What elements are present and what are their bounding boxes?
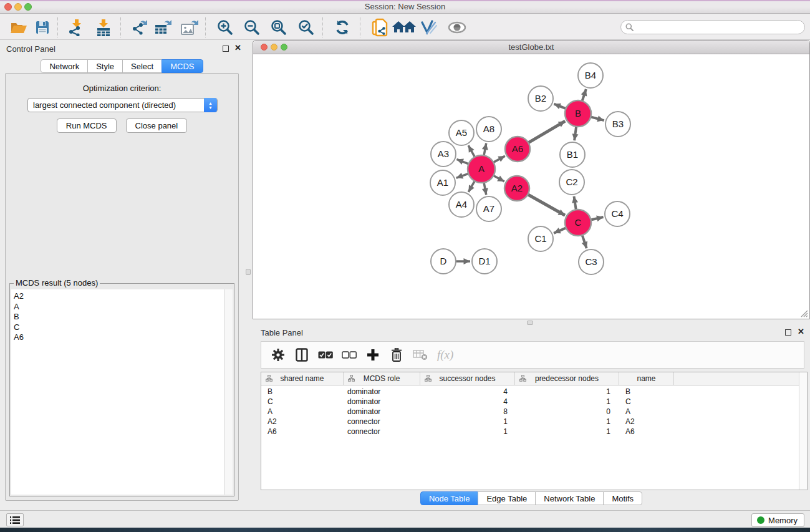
float-panel-icon[interactable] [223, 46, 229, 52]
zoom-fit-button[interactable] [269, 17, 289, 37]
vertical-splitter-handle[interactable] [246, 269, 251, 275]
graph-node-B4[interactable]: B4 [578, 63, 603, 88]
graph-edge-C-C2[interactable] [574, 196, 576, 210]
tab-network[interactable]: Network [41, 59, 88, 73]
table-row[interactable]: Bdominator41B [261, 387, 807, 397]
zoom-selected-button[interactable] [296, 17, 316, 37]
mcds-result-item[interactable]: A6 [14, 332, 233, 343]
graph-node-A8[interactable]: A8 [476, 117, 501, 142]
network-canvas[interactable]: ABCA6A2A1A3A4A5A7A8B1B2B3B4C1C2C3C4DD1 [253, 54, 809, 319]
table-scrollbar[interactable] [799, 372, 807, 490]
tab-node-table[interactable]: Node Table [420, 491, 479, 505]
graph-node-A[interactable]: A [468, 155, 495, 183]
export-table-button[interactable] [153, 17, 173, 37]
graph-edge-A-A5[interactable] [468, 145, 475, 157]
hide-panels-button[interactable] [419, 17, 439, 37]
session-file-button[interactable] [370, 17, 390, 37]
zoom-in-button[interactable] [215, 17, 235, 37]
column-header-successor-nodes[interactable]: successor nodes [420, 372, 515, 385]
graph-edge-A-A6[interactable] [493, 156, 505, 162]
graph-node-B1[interactable]: B1 [560, 142, 585, 167]
export-network-button[interactable] [130, 17, 150, 37]
graph-edge-A-A8[interactable] [484, 143, 486, 156]
graph-node-C4[interactable]: C4 [605, 201, 630, 226]
graph-edge-A-A7[interactable] [484, 183, 486, 195]
graph-node-C[interactable]: C [565, 210, 591, 236]
graph-node-A6[interactable]: A6 [505, 137, 530, 162]
eye-button[interactable] [447, 17, 467, 37]
mcds-result-item[interactable]: C [14, 322, 233, 333]
tab-mcds[interactable]: MCDS [162, 59, 203, 73]
graph-node-B[interactable]: B [565, 100, 591, 127]
network-graph[interactable]: ABCA6A2A1A3A4A5A7A8B1B2B3B4C1C2C3C4DD1 [253, 54, 809, 319]
graph-node-D1[interactable]: D1 [472, 249, 497, 274]
graph-node-A5[interactable]: A5 [449, 120, 474, 145]
optimization-criterion-select[interactable]: largest connected component (directed) ▲… [27, 98, 218, 112]
graph-node-A7[interactable]: A7 [476, 196, 501, 221]
home-button[interactable] [392, 17, 417, 37]
graph-node-C3[interactable]: C3 [579, 249, 604, 274]
resize-grip-icon[interactable] [800, 309, 808, 317]
graph-node-B3[interactable]: B3 [605, 112, 630, 137]
select-all-button[interactable] [315, 344, 336, 365]
tab-network-table[interactable]: Network Table [535, 491, 604, 505]
refresh-button[interactable] [332, 17, 352, 37]
column-header-predecessor-nodes[interactable]: predecessor nodes [515, 372, 619, 385]
table-row[interactable]: Cdominator41C [261, 397, 807, 407]
graph-node-D[interactable]: D [431, 249, 456, 274]
graph-edge-C-C3[interactable] [582, 235, 587, 248]
add-column-button[interactable] [362, 344, 383, 365]
tab-motifs[interactable]: Motifs [603, 491, 642, 505]
graph-node-C1[interactable]: C1 [528, 226, 553, 251]
column-header-name[interactable]: name [619, 372, 674, 385]
deselect-all-button[interactable] [339, 344, 360, 365]
column-header-MCDS-role[interactable]: MCDS role [344, 372, 420, 385]
graph-node-A1[interactable]: A1 [430, 170, 455, 195]
graph-node-B2[interactable]: B2 [528, 86, 553, 111]
close-panel-icon[interactable]: ✕ [234, 43, 241, 52]
mcds-result-item[interactable]: A [14, 302, 233, 312]
import-table-button[interactable] [94, 17, 113, 37]
search-field[interactable] [620, 20, 805, 34]
graph-edge-B-B1[interactable] [574, 127, 576, 140]
mcds-list-scrollbar[interactable] [224, 289, 233, 495]
graph-edge-A-A3[interactable] [456, 159, 468, 164]
open-file-button[interactable] [9, 17, 29, 37]
save-session-button[interactable] [32, 17, 52, 37]
graph-edge-B-B4[interactable] [582, 89, 586, 101]
column-header-shared-name[interactable]: shared name [261, 372, 344, 385]
graph-edge-B-B2[interactable] [554, 104, 566, 109]
graph-node-A2[interactable]: A2 [504, 176, 529, 201]
export-image-button[interactable] [180, 17, 200, 37]
graph-edge-A-A1[interactable] [456, 173, 469, 178]
import-network-button[interactable] [66, 17, 86, 37]
show-columns-button[interactable] [291, 344, 312, 365]
table-row[interactable]: A2connector11A2 [261, 417, 807, 427]
table-settings-button[interactable] [268, 344, 289, 365]
memory-button[interactable]: Memory [751, 513, 804, 527]
mcds-result-item[interactable]: A2 [14, 291, 233, 302]
task-history-button[interactable] [6, 513, 24, 526]
graph-node-C2[interactable]: C2 [559, 170, 584, 195]
delete-column-button[interactable] [386, 344, 407, 365]
close-panel-button[interactable]: Close panel [126, 118, 188, 133]
graph-edge-A-A2[interactable] [493, 176, 504, 182]
graph-edge-A2-C[interactable] [528, 195, 565, 215]
table-row[interactable]: Adominator80A [261, 407, 807, 417]
float-table-panel-icon[interactable] [785, 329, 791, 336]
search-input[interactable] [636, 23, 792, 32]
close-table-panel-icon[interactable]: ✕ [798, 327, 804, 336]
graph-edge-C-C1[interactable] [554, 228, 566, 233]
tab-edge-table[interactable]: Edge Table [478, 491, 536, 505]
mcds-result-list[interactable]: A2ABCA6 [11, 289, 233, 495]
graph-edge-B-B3[interactable] [591, 117, 604, 120]
function-builder-button[interactable]: f(x) [437, 348, 453, 362]
run-mcds-button[interactable]: Run MCDS [57, 118, 117, 133]
graph-edge-A-A4[interactable] [468, 181, 475, 192]
graph-edge-C-C4[interactable] [591, 217, 603, 220]
delete-table-button[interactable] [410, 344, 431, 365]
table-row[interactable]: A6connector11A6 [261, 427, 807, 437]
zoom-out-button[interactable] [242, 17, 262, 37]
graph-node-A3[interactable]: A3 [431, 142, 456, 167]
tab-style[interactable]: Style [87, 59, 123, 73]
